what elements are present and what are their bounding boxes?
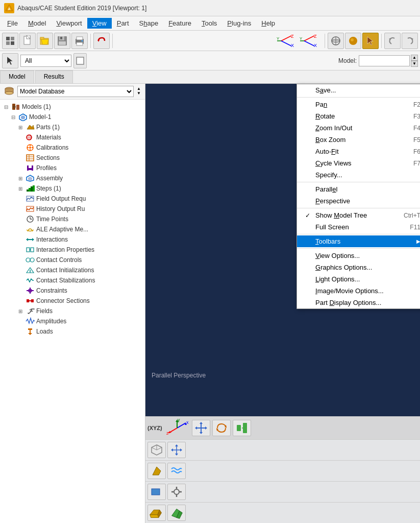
tree-item-fields[interactable]: ⊞ 𝓕 Fields [0,306,145,316]
menu-full-screen[interactable]: Full Screen F11 [297,221,420,233]
menu-pan[interactable]: Pan F2 [297,99,420,110]
select-tool-btn[interactable] [2,53,18,68]
new-btn[interactable] [19,33,36,49]
tree-item-models[interactable]: ⊟ Models (1) [0,102,145,112]
render-wireframe-btn[interactable] [328,33,344,49]
menu-cycle-views[interactable]: Cycle Views F7 [297,157,420,169]
vp-rect-btn[interactable] [147,484,166,500]
tree-item-ale[interactable]: ALE Adaptive Me... [0,224,145,234]
svg-rect-14 [59,41,66,45]
vp-shape1-btn[interactable] [147,463,166,479]
tree-item-assembly[interactable]: ⊞ Assembly [0,173,145,183]
expand-steps[interactable]: ⊞ [18,186,24,192]
tree-item-model1[interactable]: ⊟ Model-1 [0,112,145,122]
svg-rect-17 [77,42,83,45]
menu-viewport[interactable]: Viewport [51,18,87,29]
tree-item-time-points[interactable]: Time Points [0,214,145,224]
tree-item-contact-init[interactable]: Contact Initializations [0,265,145,275]
menu-feature[interactable]: Feature [163,18,196,29]
tree-item-contact-controls[interactable]: Contact Controls [0,255,145,265]
vp-translate-btn[interactable] [167,442,186,458]
tree-item-steps[interactable]: ⊞ Steps (1) [0,183,145,194]
undo2-btn[interactable] [384,33,401,49]
tree-item-materials[interactable]: Materials [0,132,145,142]
svg-text:x: x [186,420,189,425]
open-btn[interactable] [37,33,53,49]
expand-assembly[interactable]: ⊞ [18,176,24,181]
menu-zoom[interactable]: Zoom In/Out F4 [297,122,420,134]
menu-plugins[interactable]: Plug-ins [222,18,256,29]
model-up-btn[interactable]: ▲ [411,55,418,61]
svg-point-63 [29,147,31,149]
filter-box-btn[interactable] [73,53,87,68]
tree-item-connector-sections[interactable]: Connector Sections [0,296,145,306]
svg-rect-49 [16,105,19,110]
menu-parallel[interactable]: Parallel [297,183,420,195]
svg-text:X: X [314,43,317,48]
menu-graphics-options[interactable]: Graphics Options... [297,262,420,273]
model-db-select[interactable]: Model Database [17,86,134,97]
vp-rotate-btn[interactable] [212,420,231,436]
expand-models[interactable]: ⊟ [4,104,10,110]
tree-item-contact-stab[interactable]: Contact Stabilizations [0,275,145,286]
model-down-btn[interactable]: ▼ [411,61,418,67]
vp-tools-btn[interactable] [167,484,186,500]
expand-parts[interactable]: ⊞ [18,125,24,130]
print-btn[interactable] [71,33,88,49]
menu-file[interactable]: File [2,18,23,29]
menu-shape[interactable]: Shape [134,18,164,29]
save-btn[interactable] [54,33,70,49]
vp-green3d-btn[interactable] [167,505,186,521]
sep-4 [297,234,420,234]
menu-save[interactable]: Save... [297,84,420,96]
menu-part[interactable]: Part [112,18,134,29]
vp-gold3d-btn[interactable] [147,505,166,521]
svg-rect-74 [29,188,31,192]
tree-item-loads[interactable]: Loads [0,326,145,337]
tab-model[interactable]: Model [0,70,34,83]
menu-image-movie[interactable]: Image/Movie Options... [297,285,420,297]
tree-item-calibrations[interactable]: Calibrations [0,142,145,153]
tree-label-history-output: History Output Ru [36,205,85,212]
menu-tools[interactable]: Tools [196,18,222,29]
menu-rotate[interactable]: Rotate F3 [297,110,420,122]
redo2-btn[interactable] [402,33,418,49]
tree-item-constraints[interactable]: Constraints [0,286,145,296]
vp-pan-btn[interactable] [192,420,210,436]
tree-item-amplitudes[interactable]: Amplitudes [0,316,145,326]
vp-3d-btn[interactable] [147,442,166,458]
vp-zoom-btn[interactable] [233,420,251,436]
menu-perspective[interactable]: Perspective [297,195,420,207]
menu-box-zoom[interactable]: Box Zoom F5 [297,134,420,146]
menu-show-model-tree[interactable]: ✓ Show Model Tree Ctrl+T [297,209,420,221]
expand-model1[interactable]: ⊟ [11,114,17,120]
menu-toolbars[interactable]: Toolbars ▶ [297,235,420,247]
tree-item-history-output[interactable]: History Output Ru [0,204,145,214]
tree-item-interaction-props[interactable]: Interaction Properties [0,245,145,255]
model-input[interactable] [359,55,410,66]
menu-light-options[interactable]: Light Options... [297,273,420,285]
undo-btn[interactable] [93,33,110,49]
cursor-tool-btn[interactable] [362,33,379,49]
contact-stab-icon [26,276,35,284]
menu-specify[interactable]: Specify... [297,169,420,181]
svg-marker-38 [367,37,373,45]
menu-view[interactable]: View [87,18,112,29]
vp-wave-btn[interactable] [167,463,186,479]
tab-results[interactable]: Results [35,70,73,83]
model-db-down[interactable]: ▼ [137,91,141,96]
tree-item-field-output[interactable]: Field Output Requ [0,194,145,204]
expand-fields[interactable]: ⊞ [18,308,24,314]
tree-item-sections[interactable]: Sections [0,153,145,163]
menu-help[interactable]: Help [256,18,280,29]
menu-model[interactable]: Model [23,18,51,29]
menu-part-display[interactable]: Part Display Options... [297,297,420,308]
menu-view-options[interactable]: View Options... [297,250,420,262]
tree-item-profiles[interactable]: Profiles [0,163,145,173]
constraints-icon [26,287,35,295]
filter-select[interactable]: All [20,55,71,67]
tree-item-interactions[interactable]: Interactions [0,234,145,245]
tree-item-parts[interactable]: ⊞ Parts (1) [0,122,145,132]
menu-auto-fit[interactable]: Auto-Fit F6 [297,146,420,157]
render-solid-btn[interactable] [345,33,361,49]
